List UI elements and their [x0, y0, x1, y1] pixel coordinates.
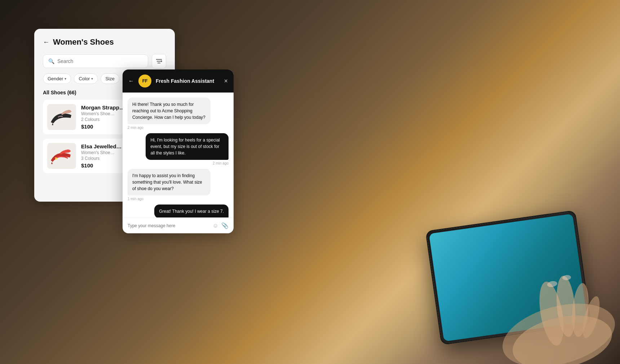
sort-icon [156, 59, 162, 64]
filter-color[interactable]: Color ▾ [74, 73, 98, 84]
chat-header: ← FF Fresh Fashion Assistant × [123, 69, 234, 93]
chat-input-area: ☺ 📎 [123, 217, 234, 233]
chat-messages: Hi there! Thank you so much for reaching… [123, 93, 234, 217]
shoe-image-2 [49, 145, 74, 167]
message-time: 2 min ago [128, 126, 229, 130]
product-image [47, 143, 76, 169]
message-bubble-incoming: Hi there! Thank you so much for reaching… [128, 98, 211, 124]
chat-avatar: FF [138, 75, 151, 87]
shoe-image-1 [49, 106, 74, 128]
message-group: Hi there! Thank you so much for reaching… [128, 98, 229, 130]
chat-panel: ← FF Fresh Fashion Assistant × Hi there!… [123, 69, 234, 233]
sort-button[interactable] [152, 54, 166, 68]
chevron-down-icon: ▾ [91, 77, 93, 81]
chat-back-button[interactable]: ← [128, 78, 134, 84]
message-bubble-incoming: I'm happy to assist you in finding somet… [128, 169, 211, 196]
search-icon: 🔍 [48, 58, 54, 64]
page-title: Women's Shoes [53, 37, 114, 47]
search-input[interactable] [57, 58, 143, 64]
message-bubble-outgoing: Great! Thank you! I wear a size 7. [154, 205, 229, 217]
chat-close-button[interactable]: × [224, 77, 228, 85]
message-bubble-outgoing: Hi, I'm looking for heels for a special … [146, 133, 229, 160]
emoji-icon[interactable]: ☺ [213, 223, 218, 229]
tablet-device [425, 210, 591, 345]
chevron-down-icon: ▾ [65, 77, 66, 81]
filter-gender[interactable]: Gender ▾ [43, 73, 71, 84]
product-image [47, 104, 76, 130]
chat-message-input[interactable] [128, 223, 210, 228]
message-time: 1 min ago [128, 197, 229, 201]
message-time: 2 min ago [213, 161, 229, 165]
back-navigation: ← Women's Shoes [43, 37, 166, 47]
back-button[interactable]: ← [43, 39, 49, 46]
message-group: Hi, I'm looking for heels for a special … [128, 133, 229, 165]
message-group: Great! Thank you! I wear a size 7. 1 min… [128, 205, 229, 217]
svg-point-12 [55, 157, 56, 159]
attach-icon[interactable]: 📎 [221, 222, 229, 229]
message-group: I'm happy to assist you in finding somet… [128, 169, 229, 201]
chat-title: Fresh Fashion Assistant [156, 78, 220, 84]
tablet-screen [429, 214, 588, 341]
filter-size[interactable]: Size [101, 73, 119, 84]
